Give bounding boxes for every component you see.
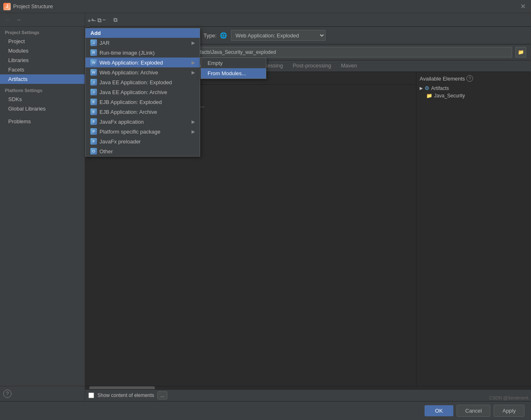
available-help-icon[interactable]: ?	[466, 75, 473, 82]
javafx-app-icon: F	[90, 118, 97, 125]
available-elements-panel: Available Elements ? ▶ ⚙ Artifacts 📁 Jav…	[416, 72, 531, 386]
menu-item-runtime-image[interactable]: R Run-time image (JLink)	[85, 48, 200, 58]
menu-item-java-ee-archive[interactable]: J Java EE Application: Archive	[85, 87, 200, 97]
cancel-button[interactable]: Cancel	[457, 405, 490, 417]
ejb-archive-icon: E	[90, 108, 97, 115]
java-ee-archive-icon: J	[90, 89, 97, 95]
sidebar-item-global-libraries[interactable]: Global Libraries	[0, 104, 85, 113]
sidebar-item-facets[interactable]: Facets	[0, 65, 85, 74]
dir-browse-button[interactable]: 📁	[515, 47, 526, 58]
avail-node-java-security[interactable]: 📁 Java_Security	[418, 92, 529, 99]
show-content-checkbox[interactable]	[88, 392, 94, 398]
close-button[interactable]: ✕	[518, 2, 528, 12]
nav-arrows: ← →	[0, 13, 85, 27]
type-icon: 🌐	[220, 32, 227, 39]
available-elements-header: Available Elements ?	[418, 74, 529, 84]
nav-back-button[interactable]: ←	[3, 16, 12, 24]
type-label: Type:	[203, 32, 217, 39]
sidebar-item-artifacts[interactable]: Artifacts	[0, 74, 85, 84]
avail-arrow-artifacts: ▶	[420, 86, 423, 90]
avail-java-security-label: Java_Security	[434, 93, 465, 99]
sidebar-item-project[interactable]: Project	[0, 37, 85, 46]
other-section: Problems	[0, 117, 85, 126]
dialog-buttons: OK Cancel Apply	[0, 401, 531, 420]
tab-post-processing[interactable]: Post-processing	[288, 60, 336, 72]
web-exploded-submenu: Empty From Modules...	[201, 58, 266, 79]
project-settings-header: Project Settings	[0, 27, 85, 37]
content-area: + − ⧉ Add J JAR ▶ R Run-time image (JLin…	[85, 13, 531, 401]
javafx-preloader-icon: F	[90, 138, 97, 145]
java-ee-exploded-icon: J	[90, 79, 97, 85]
ok-button[interactable]: OK	[425, 405, 453, 416]
avail-node-artifacts[interactable]: ▶ ⚙ Artifacts	[418, 84, 529, 92]
content-toolbar: + − ⧉	[85, 13, 531, 27]
type-select[interactable]: Web Application: Exploded	[231, 30, 326, 41]
available-elements-title: Available Elements	[420, 76, 465, 82]
title-bar-left: J Project Structure	[3, 3, 53, 10]
menu-item-javafx-preloader[interactable]: F JavaFx preloader	[85, 136, 200, 146]
title-bar: J Project Structure ✕	[0, 0, 531, 13]
title-bar-title: Project Structure	[13, 3, 53, 9]
avail-java-security-icon: 📁	[426, 93, 432, 99]
jar-icon: J	[90, 39, 97, 46]
menu-item-ejb-exploded[interactable]: E EJB Application: Exploded	[85, 97, 200, 107]
app-icon: J	[3, 3, 11, 10]
menu-item-java-ee-exploded[interactable]: J Java EE Application: Exploded	[85, 77, 200, 87]
add-dropdown-header: Add	[85, 28, 200, 38]
watermark: CSDN @Sentiment.	[487, 395, 531, 401]
copy-button[interactable]: ⧉	[111, 15, 120, 25]
menu-item-platform-pkg[interactable]: P Platform specific package ▶	[85, 127, 200, 136]
menu-item-other[interactable]: O Other	[85, 146, 200, 156]
apply-button[interactable]: Apply	[494, 405, 524, 417]
avail-artifacts-label: Artifacts	[431, 85, 449, 91]
content-toolbar-bg: + − ⧉	[85, 13, 90, 28]
runtime-icon: R	[90, 49, 97, 56]
nav-forward-button[interactable]: →	[14, 16, 23, 24]
menu-item-javafx-app[interactable]: F JavaFx application ▶	[85, 117, 200, 127]
help-button[interactable]: ?	[0, 386, 85, 401]
remove-toolbar-button[interactable]: −	[92, 16, 96, 25]
ellipsis-button[interactable]: ...	[157, 391, 167, 399]
sidebar-item-problems[interactable]: Problems	[0, 117, 85, 126]
platform-pkg-icon: P	[90, 128, 97, 135]
menu-item-web-app-archive[interactable]: W Web Application: Archive ▶	[85, 67, 200, 77]
menu-item-web-app-exploded[interactable]: W Web Application: Exploded ▶ Empty From…	[85, 58, 200, 67]
menu-item-jar[interactable]: J JAR ▶	[85, 38, 200, 48]
other-icon: O	[90, 148, 97, 155]
web-archive-icon: W	[90, 69, 97, 76]
avail-artifacts-icon: ⚙	[425, 85, 429, 91]
ejb-exploded-icon: E	[90, 99, 97, 105]
bottom-bar: Show content of elements ...	[85, 389, 531, 401]
sidebar-item-libraries[interactable]: Libraries	[0, 55, 85, 65]
show-content-label[interactable]: Show content of elements	[97, 392, 154, 398]
platform-settings-header: Platform Settings	[0, 84, 85, 95]
tab-maven[interactable]: Maven	[336, 60, 362, 72]
sidebar-item-sdks[interactable]: SDKs	[0, 95, 85, 104]
menu-item-ejb-archive[interactable]: E EJB Application: Archive	[85, 107, 200, 117]
sidebar-item-modules[interactable]: Modules	[0, 46, 85, 55]
submenu-empty[interactable]: Empty	[201, 58, 266, 68]
add-dropdown-menu: Add J JAR ▶ R Run-time image (JLink) W W…	[85, 28, 200, 157]
question-icon: ?	[3, 390, 12, 398]
add-toolbar-button[interactable]: +	[88, 16, 91, 25]
web-exploded-icon: W	[90, 59, 97, 66]
submenu-from-modules[interactable]: From Modules...	[201, 68, 266, 78]
main-layout: ← → Project Settings Project Modules Lib…	[0, 13, 531, 401]
sidebar: ← → Project Settings Project Modules Lib…	[0, 13, 85, 401]
horizontal-scrollbar[interactable]	[85, 386, 531, 389]
copy-toolbar-button[interactable]: ⧉	[97, 16, 102, 25]
